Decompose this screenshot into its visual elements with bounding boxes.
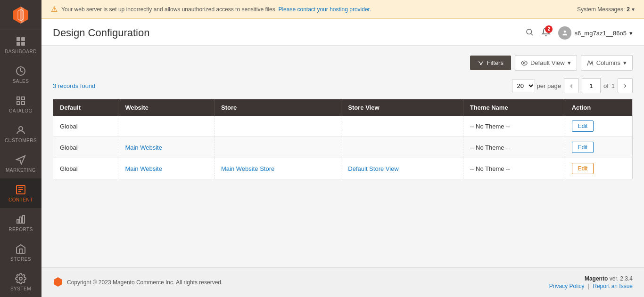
customers-icon <box>15 125 26 136</box>
eye-icon <box>521 60 528 66</box>
footer-logo <box>53 277 63 289</box>
stores-icon <box>15 243 26 255</box>
notification-button[interactable]: 2 <box>541 27 551 39</box>
table-row: GlobalMain WebsiteMain Website StoreDefa… <box>53 158 633 179</box>
sidebar-label-customers: CUSTOMERS <box>5 138 37 143</box>
sidebar-item-dashboard[interactable]: DASHBOARD <box>0 30 41 60</box>
table-row: GlobalMain Website-- No Theme --Edit <box>53 137 633 158</box>
toolbar: Filters Default View ▾ Columns ▾ <box>53 55 633 71</box>
sidebar-item-marketing[interactable]: MARKETING <box>0 149 41 178</box>
filter-button[interactable]: Filters <box>470 56 511 70</box>
sidebar-item-stores[interactable]: STORES <box>0 238 41 267</box>
cell-store-view[interactable]: Default Store View <box>341 158 463 179</box>
per-page-label: per page <box>537 82 561 89</box>
cell-default: Global <box>53 158 118 179</box>
svg-line-19 <box>531 33 533 35</box>
warning-text: Your web server is set up incorrectly an… <box>61 6 371 13</box>
col-action: Action <box>565 99 632 116</box>
cell-website[interactable]: Main Website <box>118 137 215 158</box>
privacy-policy-link[interactable]: Privacy Policy <box>549 283 585 289</box>
sidebar-item-sales[interactable]: SALES <box>0 60 41 89</box>
edit-button[interactable]: Edit <box>572 120 594 132</box>
page-input[interactable] <box>582 78 601 93</box>
system-messages-count: 2 <box>627 6 630 13</box>
system-icon <box>15 273 26 284</box>
col-store-view: Store View <box>341 99 463 116</box>
svg-marker-23 <box>54 277 62 287</box>
cell-action[interactable]: Edit <box>565 137 632 158</box>
cell-store <box>215 137 341 158</box>
view-chevron-icon: ▾ <box>568 59 571 66</box>
col-default: Default <box>53 99 118 116</box>
svg-point-20 <box>564 31 566 33</box>
main-content: ⚠ Your web server is set up incorrectly … <box>41 0 644 297</box>
col-store: Store <box>215 99 341 116</box>
warning-link[interactable]: Please contact your hosting provider. <box>278 6 371 13</box>
sidebar-label-stores: STORES <box>10 257 31 262</box>
footer-left: Copyright © 2023 Magento Commerce Inc. A… <box>53 277 223 289</box>
marketing-icon <box>15 154 26 166</box>
footer-version: ver. 2.3.4 <box>610 275 633 282</box>
edit-button[interactable]: Edit <box>572 142 594 153</box>
footer-right: Magento ver. 2.3.4 Privacy Policy | Repo… <box>549 275 633 289</box>
cell-default: Global <box>53 116 118 137</box>
footer-brand: Magento <box>585 275 608 282</box>
svg-point-21 <box>523 62 525 64</box>
svg-rect-4 <box>17 37 20 41</box>
search-button[interactable] <box>525 28 534 39</box>
edit-button[interactable]: Edit <box>572 163 594 174</box>
sidebar-label-reports: REPORTS <box>8 227 33 232</box>
content-area: Filters Default View ▾ Columns ▾ 3 recor… <box>41 46 644 267</box>
sidebar-item-reports[interactable]: REPORTS <box>0 208 41 238</box>
user-avatar <box>558 26 571 40</box>
sidebar-item-system[interactable]: SYSTEM <box>0 267 41 297</box>
sidebar-label-sales: SALES <box>13 79 29 84</box>
footer-magento-logo <box>53 277 63 287</box>
page-header: Design Configuration 2 s6_mg7az <box>41 19 644 46</box>
next-page-button[interactable]: › <box>618 78 633 93</box>
cell-website[interactable]: Main Website <box>118 158 215 179</box>
view-label: Default View <box>530 59 565 66</box>
sidebar-item-content[interactable]: CONTENT <box>0 178 41 208</box>
cell-theme-name: -- No Theme -- <box>463 116 565 137</box>
sidebar-label-system: SYSTEM <box>10 286 31 291</box>
records-found: 3 records found <box>53 82 95 89</box>
cell-store-view <box>341 137 463 158</box>
report-issue-link[interactable]: Report an Issue <box>593 283 633 289</box>
svg-point-17 <box>19 277 22 280</box>
per-page-dropdown[interactable]: 20 30 50 <box>512 80 535 92</box>
prev-page-button[interactable]: ‹ <box>564 78 579 93</box>
footer: Copyright © 2023 Magento Commerce Inc. A… <box>41 267 644 297</box>
filter-icon <box>478 60 484 66</box>
footer-brand-version: Magento ver. 2.3.4 <box>549 275 633 282</box>
columns-button[interactable]: Columns ▾ <box>581 55 633 71</box>
total-pages: 1 <box>611 82 615 89</box>
notification-wrapper: 2 <box>541 27 551 39</box>
svg-point-18 <box>527 29 532 34</box>
system-messages-label: System Messages: <box>577 6 625 13</box>
svg-rect-6 <box>17 42 20 46</box>
cell-store[interactable]: Main Website Store <box>215 158 341 179</box>
search-icon <box>525 28 534 36</box>
footer-links: Privacy Policy | Report an Issue <box>549 283 633 289</box>
sidebar-item-customers[interactable]: CUSTOMERS <box>0 119 41 149</box>
sales-icon <box>15 65 26 77</box>
sidebar-label-marketing: MARKETING <box>6 168 36 173</box>
cell-theme-name: -- No Theme -- <box>463 158 565 179</box>
svg-rect-7 <box>21 42 25 46</box>
content-icon <box>15 184 26 195</box>
sidebar: DASHBOARD SALES CATALOG CUSTOMERS MARKET… <box>0 0 41 297</box>
sidebar-item-catalog[interactable]: CATALOG <box>0 89 41 119</box>
per-page-select: 20 30 50 per page <box>512 80 561 92</box>
system-messages-btn[interactable]: System Messages: 2 ▾ <box>577 6 635 13</box>
magento-logo <box>0 0 41 30</box>
header-actions: 2 s6_mg7az1__86o5 ▾ <box>525 26 633 40</box>
cell-action[interactable]: Edit <box>565 116 632 137</box>
of-label: of <box>603 82 609 89</box>
sidebar-label-content: CONTENT <box>8 197 33 202</box>
user-menu-chevron-icon: ▾ <box>629 30 633 37</box>
view-button[interactable]: Default View ▾ <box>515 55 577 71</box>
user-menu[interactable]: s6_mg7az1__86o5 ▾ <box>558 26 633 40</box>
dashboard-icon <box>15 36 26 47</box>
cell-action[interactable]: Edit <box>565 158 632 179</box>
